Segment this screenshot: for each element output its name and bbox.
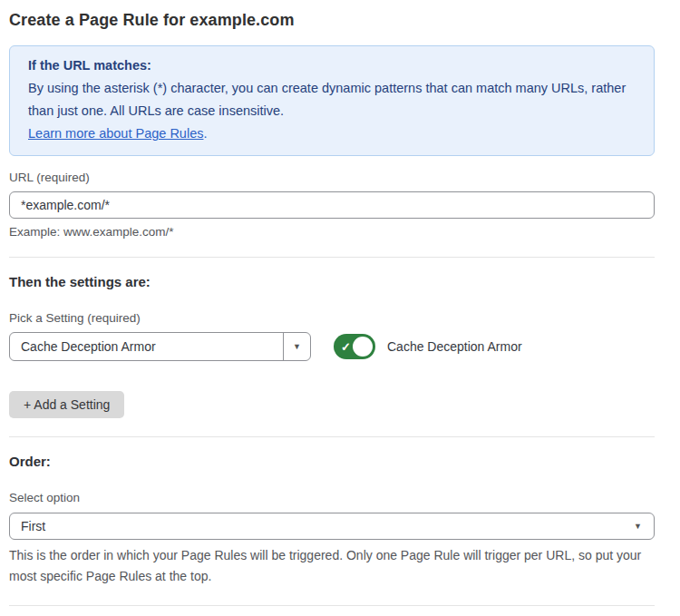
settings-section-heading: Then the settings are: [9,274,655,289]
setting-toggle-group: ✓ Cache Deception Armor [334,334,522,359]
setting-row: Cache Deception Armor ▼ ✓ Cache Deceptio… [9,332,655,361]
divider [9,436,655,437]
create-page-rule-form: Create a Page Rule for example.com If th… [0,0,680,616]
dropdown-arrow-icon: ▼ [622,522,654,531]
setting-select-arrow-button[interactable]: ▼ [283,333,310,360]
add-setting-button[interactable]: + Add a Setting [9,391,124,418]
dropdown-arrow-icon: ▼ [293,342,301,351]
url-matches-info-box: If the URL matches: By using the asteris… [9,45,655,156]
url-field-label: URL (required) [9,171,655,184]
pick-setting-label: Pick a Setting (required) [9,311,655,325]
toggle-knob [353,337,373,357]
setting-select[interactable]: Cache Deception Armor ▼ [9,332,311,361]
page-title: Create a Page Rule for example.com [9,10,655,30]
check-icon: ✓ [341,341,351,353]
toggle-label: Cache Deception Armor [387,339,522,354]
info-box-heading: If the URL matches: [28,54,636,77]
url-input[interactable] [9,191,655,219]
setting-select-value: Cache Deception Armor [10,333,283,360]
link-suffix: . [203,126,207,141]
order-section-heading: Order: [9,454,655,469]
info-box-link-line: Learn more about Page Rules. [28,122,636,145]
order-select-value: First [10,519,622,533]
learn-more-link[interactable]: Learn more about Page Rules [28,126,203,141]
info-box-body: By using the asterisk (*) character, you… [28,77,636,122]
url-example-hint: Example: www.example.com/* [9,225,655,239]
order-select[interactable]: First ▼ [9,513,655,540]
divider [9,257,655,258]
order-select-label: Select option [9,491,655,504]
divider [9,605,655,606]
cache-deception-armor-toggle[interactable]: ✓ [334,334,375,359]
order-help-text: This is the order in which your Page Rul… [9,545,655,587]
